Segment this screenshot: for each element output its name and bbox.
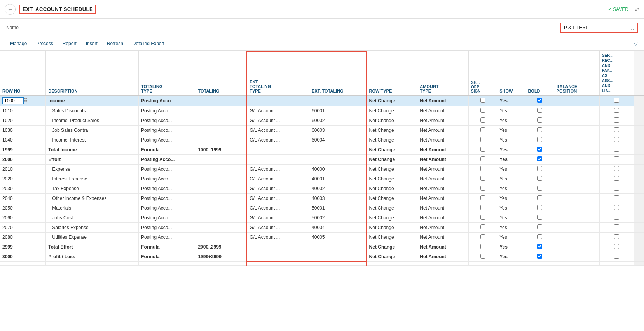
sep-checkbox[interactable] [614,234,619,239]
bold-checkbox[interactable] [537,186,542,191]
sh-opp-sign-checkbox[interactable] [480,117,485,123]
report-button[interactable]: Report [59,39,80,48]
bold-checkbox[interactable] [537,205,542,210]
saved-label: ✓ SAVED [608,7,628,12]
sep-checkbox[interactable] [614,98,619,103]
cell-row-no: 2010 [0,164,46,174]
cell-totaling-type: Posting Acco... [139,213,195,222]
bold-checkbox[interactable] [537,215,542,220]
bold-checkbox[interactable] [537,176,542,181]
sh-opp-sign-checkbox[interactable] [480,156,485,161]
table-row[interactable]: 1030Job Sales ContraPosting Acco...G/L A… [0,125,644,135]
process-button[interactable]: Process [32,39,57,48]
refresh-button[interactable]: Refresh [103,39,127,48]
sh-opp-sign-checkbox[interactable] [480,215,485,220]
name-input[interactable] [564,25,626,30]
sh-opp-sign-checkbox[interactable] [480,195,485,200]
header-right: ✓ SAVED ⤢ [608,6,639,12]
table-row[interactable]: 2999Total EffortFormula2000..2999Net Cha… [0,242,644,252]
sh-opp-sign-checkbox[interactable] [480,254,485,259]
bold-checkbox[interactable] [537,98,542,103]
sep-checkbox[interactable] [614,147,619,152]
cell-ext-totaling-type [247,242,309,252]
table-row[interactable]: 1020Income, Product SalesPosting Acco...… [0,116,644,125]
sh-opp-sign-checkbox[interactable] [480,147,485,152]
bold-checkbox[interactable] [537,224,542,229]
sep-checkbox[interactable] [614,254,619,259]
sep-checkbox[interactable] [614,108,619,113]
sh-opp-sign-checkbox[interactable] [480,137,485,142]
sh-opp-sign-checkbox[interactable] [480,205,485,210]
table-row[interactable]: 2060Jobs CostPosting Acco...G/L Account … [0,213,644,222]
sep-checkbox[interactable] [614,127,619,132]
table-row[interactable]: 2000EffortPosting Acco...Net ChangeNet A… [0,154,644,164]
sep-checkbox[interactable] [614,205,619,210]
sh-opp-sign-checkbox[interactable] [480,166,485,171]
row-no-input[interactable] [2,97,24,104]
cell-bold [525,135,554,145]
sep-checkbox[interactable] [614,224,619,229]
sep-checkbox[interactable] [614,176,619,181]
table-row[interactable]: 1040Income, InterestPosting Acco...G/L A… [0,135,644,145]
sep-checkbox[interactable] [614,244,619,249]
sep-checkbox[interactable] [614,195,619,200]
sh-opp-sign-checkbox[interactable] [480,186,485,191]
bold-checkbox[interactable] [537,137,542,142]
sh-opp-sign-checkbox[interactable] [480,108,485,113]
sep-checkbox[interactable] [614,117,619,123]
cell-totaling-type: Posting Acco... [139,193,195,203]
bold-checkbox[interactable] [537,156,542,161]
table-row[interactable]: 2080Utilities ExpensePosting Acco...G/L … [0,232,644,242]
table-row[interactable]: 2010ExpensePosting Acco...G/L Account ..… [0,164,644,174]
bold-checkbox[interactable] [537,234,542,239]
table-row[interactable]: ⠿IncomePosting Acco...Net ChangeNet Amou… [0,95,644,106]
cell-sh-opp-sign [469,145,497,154]
bold-checkbox[interactable] [537,195,542,200]
sh-opp-sign-checkbox[interactable] [480,98,485,103]
manage-button[interactable]: Manage [6,39,31,48]
sh-opp-sign-checkbox[interactable] [480,244,485,249]
table-row[interactable]: 1999Total IncomeFormula1000..1999Net Cha… [0,145,644,154]
table-row[interactable]: 1010Sales DiscountsPosting Acco...G/L Ac… [0,106,644,116]
cell-totaling: 1999+2999 [195,252,247,261]
cell-description: Effort [46,154,139,164]
sep-checkbox[interactable] [614,156,619,161]
name-input-wrapper[interactable]: ... [560,23,638,33]
table-container[interactable]: ROW NO. DESCRIPTION TOTALING TYPE TOTALI… [0,51,644,319]
table-row[interactable]: 2030Tax ExpensePosting Acco...G/L Accoun… [0,184,644,193]
drag-handle-icon[interactable]: ⠿ [24,98,28,104]
table-row[interactable]: 2050MaterialsPosting Acco...G/L Account … [0,203,644,213]
bold-checkbox[interactable] [537,147,542,152]
sep-checkbox[interactable] [614,137,619,142]
sep-checkbox[interactable] [614,215,619,220]
bold-checkbox[interactable] [537,254,542,259]
sh-opp-sign-checkbox[interactable] [480,127,485,132]
cell-sh-opp-sign [469,203,497,213]
bold-checkbox[interactable] [537,244,542,249]
bold-checkbox[interactable] [537,166,542,171]
table-row[interactable] [0,261,644,265]
sep-checkbox[interactable] [614,166,619,171]
insert-button[interactable]: Insert [82,39,101,48]
expand-icon[interactable]: ⤢ [635,6,639,12]
cell-totaling-type: Posting Acco... [139,95,195,106]
sh-opp-sign-checkbox[interactable] [480,224,485,229]
table-row[interactable]: 2070Salaries ExpensePosting Acco...G/L A… [0,222,644,232]
table-row[interactable]: 2020Interest ExpensePosting Acco...G/L A… [0,174,644,184]
detailed-export-button[interactable]: Detailed Export [129,39,168,48]
bold-checkbox[interactable] [537,108,542,113]
filter-icon[interactable]: ▽ [634,40,638,47]
sh-opp-sign-checkbox[interactable] [480,234,485,239]
table-row[interactable]: 2040Other Income & ExpensesPosting Acco.… [0,193,644,203]
name-ellipsis-button[interactable]: ... [629,25,634,31]
cell-totaling [195,222,247,232]
cell-totaling-type: Posting Acco... [139,116,195,125]
bold-checkbox[interactable] [537,127,542,132]
cell-bold [525,252,554,261]
sh-opp-sign-checkbox[interactable] [480,176,485,181]
cell-description: Expense [46,164,139,174]
sep-checkbox[interactable] [614,186,619,191]
back-button[interactable]: ← [5,4,16,15]
bold-checkbox[interactable] [537,117,542,123]
table-row[interactable]: 3000Profit / LossFormula1999+2999Net Cha… [0,252,644,261]
